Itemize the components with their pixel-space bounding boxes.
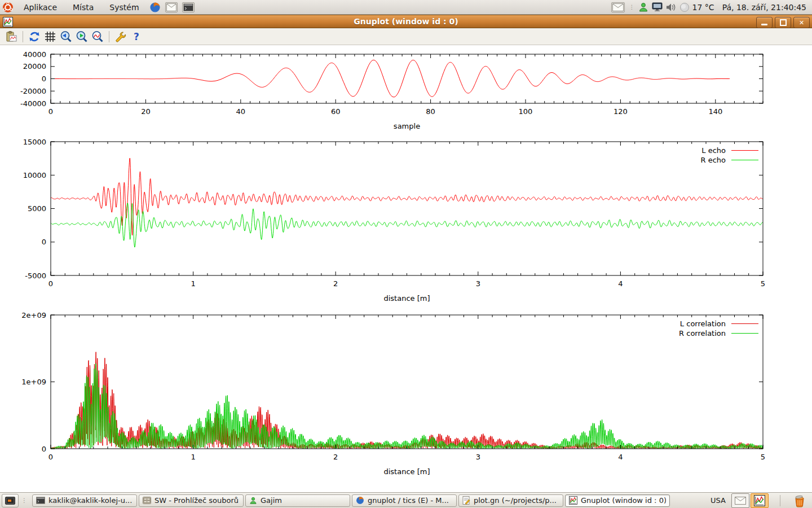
x-tick-label: 60 xyxy=(331,107,341,116)
gnuplot-window-icon xyxy=(3,17,13,29)
taskbar-item[interactable]: plot.gn (~/projects/p... xyxy=(458,494,563,507)
gajim-icon xyxy=(249,497,257,505)
taskbar-item-label: gnuplot / tics (E) - M... xyxy=(368,496,449,505)
zoom-previous-button[interactable] xyxy=(59,29,73,44)
x-tick-label: 3 xyxy=(476,279,480,288)
mail-launcher-icon[interactable] xyxy=(165,2,178,12)
taskbar-item-label: SW - Prohlížeč souborů xyxy=(155,496,239,505)
mail-notification-icon[interactable] xyxy=(611,2,625,12)
y-tick-label: 2e+09 xyxy=(21,311,46,319)
gnuplot-icon xyxy=(569,496,577,505)
filemanager-icon xyxy=(143,497,151,504)
grid-toggle-button[interactable] xyxy=(43,29,58,44)
x-tick-label: 0 xyxy=(48,107,53,116)
plot-area-middle[interactable]: 012345-5000050001000015000distance [m]L … xyxy=(0,135,812,308)
legend-label: R correlation xyxy=(679,329,726,338)
firefox-launcher-icon[interactable] xyxy=(149,2,161,13)
menu-places[interactable]: Místa xyxy=(65,0,102,14)
taskbar-item[interactable]: Gajim xyxy=(245,494,350,507)
x-tick-label: 1 xyxy=(191,453,195,461)
x-tick-label: 5 xyxy=(761,279,765,288)
window-title: Gnuplot (window id : 0) xyxy=(0,17,812,26)
bottom-taskbar: ⋮ kaklik@kaklik-kolej-u...SW - Prohlížeč… xyxy=(0,492,812,508)
legend-label: R echo xyxy=(700,156,726,164)
x-tick-label: 5 xyxy=(761,453,765,461)
close-button[interactable]: ✕ xyxy=(793,17,810,28)
taskbar-item[interactable]: gnuplot / tics (E) - M... xyxy=(352,494,457,507)
taskbar-item-label: plot.gn (~/projects/p... xyxy=(474,496,557,505)
panel-clock[interactable]: Pá, 18. září, 21:40:45 xyxy=(722,3,806,12)
zoom-next-button[interactable] xyxy=(74,29,89,44)
series-chirp-signal xyxy=(51,60,730,97)
taskbar-item[interactable]: kaklik@kaklik-kolej-u... xyxy=(32,494,137,507)
plot-border xyxy=(51,315,763,449)
series-r-correlation xyxy=(51,364,763,449)
menu-system[interactable]: Systém xyxy=(102,0,147,14)
tasklist-drag-handle[interactable]: ⋮ xyxy=(21,498,26,503)
x-tick-label: 40 xyxy=(236,107,246,116)
series-l-echo xyxy=(51,158,763,235)
taskbar-separator xyxy=(780,495,780,506)
x-tick-label: 4 xyxy=(618,279,623,288)
legend-label: L echo xyxy=(701,146,726,155)
x-tick-label: 120 xyxy=(614,107,628,116)
options-button[interactable] xyxy=(113,29,128,44)
legend-label: L correlation xyxy=(680,319,726,328)
series-r-echo xyxy=(51,203,763,247)
help-button[interactable]: ? xyxy=(129,29,144,44)
x-tick-label: 80 xyxy=(426,107,435,116)
x-tick-label: 2 xyxy=(333,453,338,461)
x-tick-label: 2 xyxy=(333,279,338,288)
user-status-icon[interactable] xyxy=(638,2,648,12)
top-panel: Aplikace Místa Systém ⋮ 17 °C Pá, 18. xyxy=(0,0,812,15)
plot-area-bottom[interactable]: 01234501e+092e+09distance [m]L correlati… xyxy=(0,308,812,492)
y-tick-label: -40000 xyxy=(20,99,46,108)
plot-toolbar: ? xyxy=(0,28,812,45)
x-tick-label: 100 xyxy=(519,107,533,116)
minimize-button[interactable] xyxy=(756,17,773,28)
y-tick-label: 40000 xyxy=(23,50,46,59)
x-axis-label: distance [m] xyxy=(383,467,430,476)
distributor-logo-icon[interactable] xyxy=(2,2,14,13)
plot-border xyxy=(51,142,763,275)
taskbar-item[interactable]: SW - Prohlížeč souborů xyxy=(139,494,244,507)
menu-applications[interactable]: Aplikace xyxy=(16,0,65,14)
x-tick-label: 4 xyxy=(618,453,623,461)
firefox-icon xyxy=(356,496,364,505)
gnuplot-tray-button[interactable] xyxy=(751,493,769,508)
y-tick-label: 0 xyxy=(42,75,46,83)
x-tick-label: 1 xyxy=(191,279,195,288)
y-tick-label: 5000 xyxy=(28,204,46,213)
y-tick-label: 20000 xyxy=(23,62,46,71)
x-tick-label: 3 xyxy=(476,453,480,461)
x-axis-label: sample xyxy=(394,122,420,130)
y-tick-label: 1e+09 xyxy=(21,378,46,386)
copy-plot-button[interactable] xyxy=(4,29,19,44)
gnuplot-canvas[interactable]: 020406080100120140-40000-200000200004000… xyxy=(0,45,812,492)
plot-area-top[interactable]: 020406080100120140-40000-200000200004000… xyxy=(0,45,812,135)
unzoom-button[interactable] xyxy=(90,29,105,44)
x-axis-label: distance [m] xyxy=(383,294,430,303)
weather-icon[interactable] xyxy=(679,2,690,12)
x-tick-label: 140 xyxy=(708,107,722,116)
maximize-button[interactable] xyxy=(775,17,791,28)
keyboard-layout-indicator[interactable]: USA xyxy=(710,496,726,505)
y-tick-label: 0 xyxy=(42,238,46,246)
terminal-launcher-icon[interactable] xyxy=(182,2,195,12)
display-icon[interactable] xyxy=(652,2,663,12)
y-tick-label: -5000 xyxy=(25,271,46,280)
volume-icon[interactable] xyxy=(666,3,676,12)
x-tick-label: 0 xyxy=(48,279,53,288)
window-titlebar[interactable]: Gnuplot (window id : 0) ✕ xyxy=(0,15,812,28)
taskbar-item-label: Gnuplot (window id : 0) xyxy=(581,496,666,505)
show-desktop-button[interactable] xyxy=(2,494,19,507)
temperature-indicator[interactable]: 17 °C xyxy=(692,3,714,12)
editor-icon xyxy=(462,496,470,505)
y-tick-label: -20000 xyxy=(20,87,46,95)
mail-tray-button[interactable] xyxy=(731,493,749,508)
trash-icon[interactable] xyxy=(793,494,806,507)
x-tick-label: 20 xyxy=(141,107,151,116)
refresh-button[interactable] xyxy=(27,29,42,44)
tray-drag-handle[interactable]: ⋮ xyxy=(629,5,634,10)
taskbar-item[interactable]: Gnuplot (window id : 0) xyxy=(565,494,670,507)
